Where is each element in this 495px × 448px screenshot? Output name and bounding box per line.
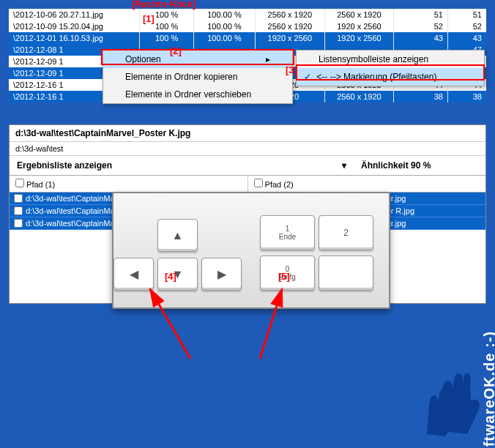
- arrow-right-key: ▶: [201, 258, 242, 291]
- table-row[interactable]: \2012-10-09 15.20.04.jpg100 %100.00 %256…: [9, 20, 486, 32]
- cell: 51: [394, 9, 448, 20]
- pfad2-label: Pfad (2): [265, 180, 294, 189]
- cell: \2012-10-06 20.27.11.jpg: [9, 9, 140, 20]
- context-menu-sub: Listensymbolleiste anzeigen ✓ <-- --> Ma…: [296, 50, 485, 86]
- cell: 100 %: [140, 32, 194, 44]
- col-pfad2[interactable]: Pfad (2): [248, 176, 486, 192]
- arrow-up-key: ▲: [157, 219, 198, 252]
- table-row[interactable]: \2012-10-06 20.27.11.jpg100 %100.00 %256…: [9, 9, 486, 20]
- pfad2-checkbox[interactable]: [254, 179, 263, 187]
- cell: 2560 x 1920: [324, 9, 394, 20]
- aehnlichkeit-label: Ähnlichkeit 90 %: [354, 156, 485, 175]
- cell: \2012-10-09 15.20.04.jpg: [9, 20, 140, 32]
- cell: 52: [394, 20, 448, 32]
- menu-kopieren[interactable]: Elemente in Ordner kopieren: [103, 68, 292, 86]
- key-ende: 1Ende: [260, 215, 315, 250]
- chevron-right-icon: ▸: [266, 54, 270, 64]
- context-menu-main: Optionen ▸ Elemente in Ordner kopieren E…: [103, 50, 293, 104]
- menu-markierung[interactable]: ✓ <-- --> Markierung (Pfeiltasten): [297, 68, 484, 86]
- row-checkbox[interactable]: [14, 194, 23, 203]
- result-title: d:\3d-wal\test\CaptainMarvel_Poster K.jp…: [10, 125, 485, 142]
- cell: 100.00 %: [193, 20, 255, 32]
- arrow-down-key: ▼: [157, 258, 198, 291]
- menu-label: Optionen: [125, 54, 161, 64]
- cell: 100.00 %: [193, 9, 255, 20]
- col-pfad1[interactable]: Pfad (1): [10, 176, 248, 192]
- key-einfg: 0Einfg: [260, 255, 315, 291]
- arrow-left-key: ◀: [113, 258, 154, 291]
- cell: 100 %: [140, 9, 194, 20]
- row-checkbox[interactable]: [14, 206, 23, 215]
- keyboard-illustration: ▲ ◀ ▼ ▶ 1Ende 2 0Einfg: [112, 192, 390, 309]
- cell: 1920 x 2560: [324, 20, 394, 32]
- menu-listensymbol[interactable]: Listensymbolleiste anzeigen: [297, 51, 484, 68]
- cell: 2560 x 1920: [256, 20, 325, 32]
- menu-verschieben[interactable]: Elemente in Ordner verschieben: [103, 86, 292, 103]
- pfad1-label: Pfad (1): [26, 180, 55, 189]
- ergebnis-label: Ergebnisliste anzeigen: [17, 160, 112, 171]
- result-panel: d:\3d-wal\test\CaptainMarvel_Poster K.jp…: [9, 124, 486, 304]
- result-path: d:\3d-wal\test: [10, 142, 485, 156]
- menu-label: <-- --> Markierung (Pfeiltasten): [316, 72, 436, 82]
- menu-optionen[interactable]: Optionen ▸: [103, 51, 292, 68]
- ergebnis-dropdown[interactable]: Ergebnisliste anzeigen ▾: [10, 156, 354, 175]
- cell: \2012-12-01 16.10.53.jpg: [9, 32, 140, 44]
- cell: 2560 x 1920: [256, 9, 325, 20]
- cell: 2560 x 1920: [324, 91, 394, 102]
- cell: 43: [394, 32, 448, 44]
- cell: 1920 x 2560: [324, 32, 394, 44]
- cell: 43: [447, 32, 486, 44]
- cell: 38: [394, 91, 448, 102]
- cell: 38: [447, 91, 486, 102]
- row-checkbox[interactable]: [14, 219, 23, 228]
- chevron-down-icon: ▾: [342, 160, 346, 171]
- cell: 100 %: [140, 20, 194, 32]
- file-table-panel: \2012-10-06 20.27.11.jpg100 %100.00 %256…: [9, 9, 486, 102]
- hands-icon: [423, 350, 489, 438]
- pfad1-checkbox[interactable]: [15, 179, 24, 187]
- key-2: 2: [319, 215, 373, 250]
- cell: 51: [447, 9, 486, 20]
- table-row[interactable]: \2012-12-01 16.10.53.jpg100 %100.00 %192…: [9, 32, 486, 44]
- cell: 100.00 %: [193, 32, 255, 44]
- cell: 52: [447, 20, 486, 32]
- cell: 1920 x 2560: [256, 32, 325, 44]
- key-blank: [319, 255, 373, 291]
- check-icon: ✓: [301, 72, 314, 82]
